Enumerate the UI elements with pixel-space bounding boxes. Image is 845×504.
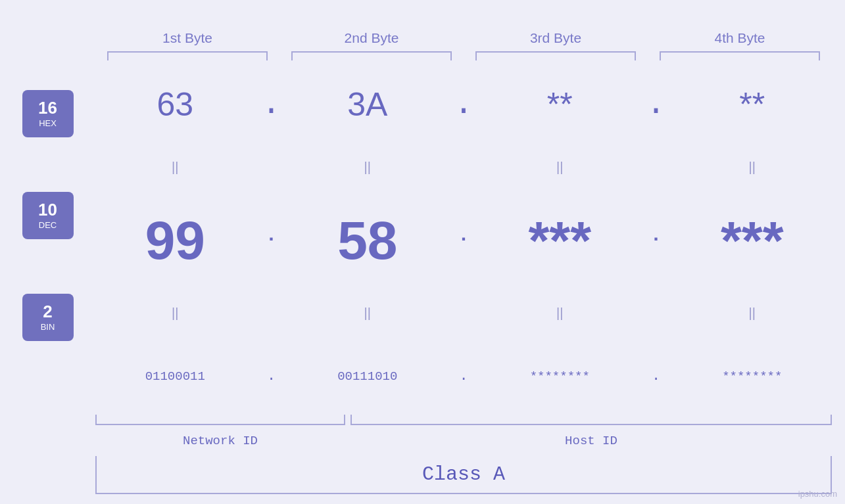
- bin-val-4: ********: [673, 369, 833, 384]
- dec-val-4: ***: [673, 210, 833, 271]
- network-bracket: [95, 415, 345, 425]
- hex-dot-2: .: [447, 85, 480, 123]
- byte-header-4: 4th Byte: [648, 30, 832, 46]
- host-bracket: [350, 415, 832, 425]
- bases-column: 16 HEX 10 DEC 2 BIN: [0, 0, 95, 504]
- eq2-4: ||: [673, 306, 833, 321]
- top-bracket-2: [279, 46, 464, 60]
- bin-row: 01100011 . 00111010 . ******** . *******…: [95, 354, 832, 400]
- bin-badge-wrap: 2 BIN: [22, 266, 74, 368]
- class-label: Class A: [422, 463, 505, 486]
- hex-dot-1: .: [255, 85, 288, 123]
- bin-number: 2: [43, 303, 52, 320]
- hex-dot-3: .: [640, 85, 673, 123]
- dec-val-3: ***: [480, 210, 640, 271]
- byte-headers: 1st Byte 2nd Byte 3rd Byte 4th Byte: [95, 0, 832, 46]
- bin-dot-1: .: [255, 368, 288, 384]
- dec-val-1: 99: [95, 210, 255, 271]
- bin-val-2: 00111010: [288, 369, 448, 384]
- dec-label: DEC: [39, 220, 57, 230]
- dec-val-2: 58: [288, 210, 448, 271]
- bottom-section: Network ID Host ID Class A: [95, 415, 832, 504]
- hex-badge: 16 HEX: [22, 90, 74, 137]
- hex-badge-wrap: 16 HEX: [22, 62, 74, 164]
- page-container: 16 HEX 10 DEC 2 BIN 1st Byte 2nd Byte 3r…: [0, 0, 845, 504]
- dec-dot-3: .: [640, 224, 673, 256]
- dec-badge: 10 DEC: [22, 192, 74, 239]
- eq2-2: ||: [288, 306, 448, 321]
- dec-dot-2: .: [447, 224, 480, 256]
- bin-label: BIN: [41, 322, 55, 332]
- eq-4: ||: [673, 160, 833, 175]
- byte-header-3: 3rd Byte: [464, 30, 648, 46]
- bin-badge: 2 BIN: [22, 294, 74, 341]
- bin-dot-3: .: [640, 368, 673, 384]
- equals-row-2: || || || ||: [95, 304, 832, 323]
- top-bracket-1: [95, 46, 279, 60]
- main-content: 1st Byte 2nd Byte 3rd Byte 4th Byte 63 .…: [95, 0, 845, 504]
- dec-row: 99 . 58 . *** . ***: [95, 208, 832, 273]
- top-bracket-4: [648, 46, 832, 60]
- watermark: ipshu.com: [798, 489, 837, 499]
- bin-dot-2: .: [447, 368, 480, 384]
- network-id-label: Network ID: [95, 434, 345, 448]
- data-section: 63 . 3A . ** . ** || || || || 99: [95, 66, 832, 415]
- top-brackets: [95, 46, 832, 60]
- hex-val-4: **: [673, 85, 833, 124]
- bin-val-3: ********: [480, 369, 640, 384]
- dec-badge-wrap: 10 DEC: [22, 164, 74, 266]
- eq-3: ||: [480, 160, 640, 175]
- hex-row: 63 . 3A . ** . **: [95, 81, 832, 127]
- eq-1: ||: [95, 160, 255, 175]
- equals-row-1: || || || ||: [95, 158, 832, 177]
- top-bracket-3: [464, 46, 648, 60]
- host-id-label: Host ID: [350, 434, 832, 448]
- dec-number: 10: [38, 201, 57, 218]
- bin-val-1: 01100011: [95, 369, 255, 384]
- class-section: Class A: [95, 456, 832, 494]
- hex-val-3: **: [480, 85, 640, 124]
- byte-header-1: 1st Byte: [95, 30, 279, 46]
- eq2-3: ||: [480, 306, 640, 321]
- dec-dot-1: .: [255, 224, 288, 256]
- hex-val-1: 63: [95, 85, 255, 124]
- eq2-1: ||: [95, 306, 255, 321]
- eq-2: ||: [288, 160, 448, 175]
- hex-label: HEX: [39, 118, 57, 128]
- bottom-brackets: [95, 415, 832, 428]
- hex-val-2: 3A: [288, 85, 448, 124]
- hex-number: 16: [38, 99, 57, 116]
- byte-header-2: 2nd Byte: [279, 30, 464, 46]
- id-labels: Network ID Host ID: [95, 431, 832, 451]
